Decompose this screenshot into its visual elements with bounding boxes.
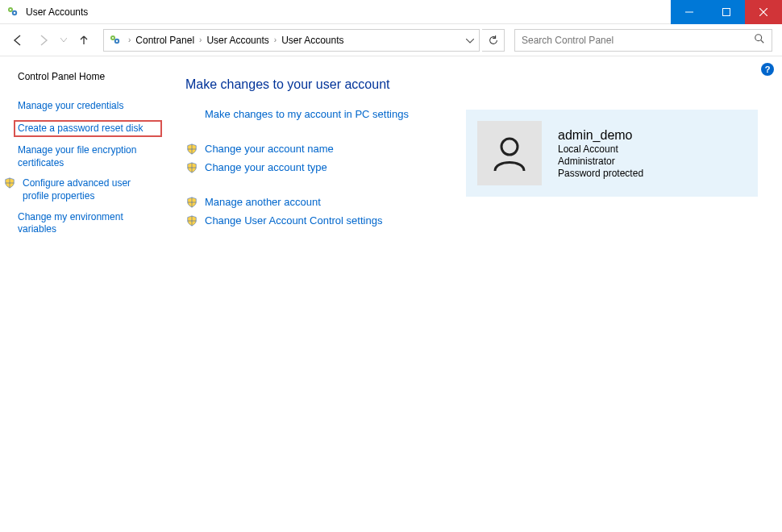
account-name: admin_demo: [558, 128, 643, 143]
svg-point-3: [14, 11, 15, 13]
help-button[interactable]: ?: [761, 63, 774, 76]
link-uac-settings[interactable]: Change User Account Control settings: [185, 214, 443, 227]
sidebar-link-label: Configure advanced user profile properti…: [23, 177, 152, 202]
svg-rect-5: [723, 8, 730, 15]
back-button[interactable]: [6, 29, 29, 52]
account-card-column: admin_demo Local Account Administrator P…: [466, 77, 758, 532]
up-button[interactable]: [73, 29, 95, 52]
sidebar-item-advanced-profile[interactable]: Configure advanced user profile properti…: [18, 177, 161, 202]
avatar: [477, 121, 542, 185]
shield-icon: [185, 143, 198, 155]
search-input[interactable]: [522, 35, 754, 46]
svg-point-2: [10, 8, 11, 10]
action-label: Manage another account: [205, 196, 321, 208]
breadcrumb-control-panel[interactable]: Control Panel: [135, 35, 194, 46]
chevron-right-icon[interactable]: ›: [199, 35, 202, 44]
address-history-dropdown[interactable]: [466, 35, 474, 46]
refresh-button[interactable]: [482, 29, 505, 52]
address-bar[interactable]: › Control Panel › User Accounts › User A…: [103, 29, 480, 52]
shield-icon: [185, 162, 198, 173]
help-icon: ?: [765, 64, 771, 74]
search-icon[interactable]: [754, 33, 765, 47]
sidebar-link-label: Manage your credentials: [18, 100, 123, 113]
sidebar-item-env-vars[interactable]: Change my environment variables: [18, 211, 161, 236]
link-change-name[interactable]: Change your account name: [185, 143, 443, 155]
svg-line-13: [761, 40, 764, 44]
toolbar: › Control Panel › User Accounts › User A…: [0, 24, 782, 56]
account-role: Administrator: [558, 156, 643, 167]
shield-icon: [185, 197, 198, 208]
action-label: Make changes to my account in PC setting…: [205, 108, 409, 120]
link-pc-settings[interactable]: Make changes to my account in PC setting…: [185, 108, 443, 120]
title-bar: User Accounts: [0, 0, 782, 24]
minimize-button[interactable]: [671, 0, 708, 24]
svg-point-10: [112, 36, 114, 38]
action-label: Change your account name: [205, 143, 334, 155]
account-type: Local Account: [558, 143, 643, 155]
sidebar: Control Panel Home Manage your credentia…: [0, 56, 161, 532]
recent-locations-dropdown[interactable]: [58, 29, 69, 52]
breadcrumb-user-accounts-category[interactable]: User Accounts: [206, 35, 268, 46]
main-panel: Make changes to your user account Make c…: [161, 56, 782, 532]
chevron-right-icon[interactable]: ›: [128, 35, 131, 44]
link-manage-another[interactable]: Manage another account: [185, 196, 443, 208]
action-label: Change your account type: [205, 161, 327, 173]
sidebar-link-label: Manage your file encryption certificates: [18, 144, 147, 169]
sidebar-item-password-reset-disk[interactable]: Create a password reset disk: [15, 121, 161, 137]
main-actions: Make changes to your user account Make c…: [185, 77, 443, 532]
svg-point-12: [755, 35, 762, 41]
search-box[interactable]: [514, 29, 772, 52]
forward-button[interactable]: [32, 29, 55, 52]
svg-point-11: [116, 39, 118, 41]
current-account-card: admin_demo Local Account Administrator P…: [466, 110, 758, 197]
chevron-right-icon[interactable]: ›: [274, 35, 277, 44]
sidebar-item-encryption-certs[interactable]: Manage your file encryption certificates: [18, 144, 161, 169]
link-change-type[interactable]: Change your account type: [185, 161, 443, 173]
page-heading: Make changes to your user account: [185, 77, 443, 92]
sidebar-link-label: Change my environment variables: [18, 211, 147, 236]
user-accounts-app-icon: [6, 5, 21, 19]
user-accounts-breadcrumb-icon: [109, 33, 123, 48]
close-button[interactable]: [745, 0, 782, 24]
sidebar-link-label: Create a password reset disk: [18, 123, 143, 135]
shield-icon: [3, 177, 16, 189]
sidebar-links: Manage your credentials Create a passwor…: [18, 100, 161, 236]
svg-point-14: [501, 139, 518, 155]
control-panel-home-link[interactable]: Control Panel Home: [18, 71, 161, 82]
maximize-button[interactable]: [708, 0, 745, 24]
sidebar-item-credentials[interactable]: Manage your credentials: [18, 100, 161, 113]
shield-icon: [185, 215, 198, 227]
action-label: Change User Account Control settings: [205, 214, 382, 227]
user-icon: [489, 132, 530, 174]
window-title: User Accounts: [26, 6, 671, 18]
content-area: ? Control Panel Home Manage your credent…: [0, 56, 782, 532]
account-info: admin_demo Local Account Administrator P…: [558, 128, 643, 179]
account-password-status: Password protected: [558, 168, 643, 179]
breadcrumb-user-accounts[interactable]: User Accounts: [281, 35, 343, 46]
